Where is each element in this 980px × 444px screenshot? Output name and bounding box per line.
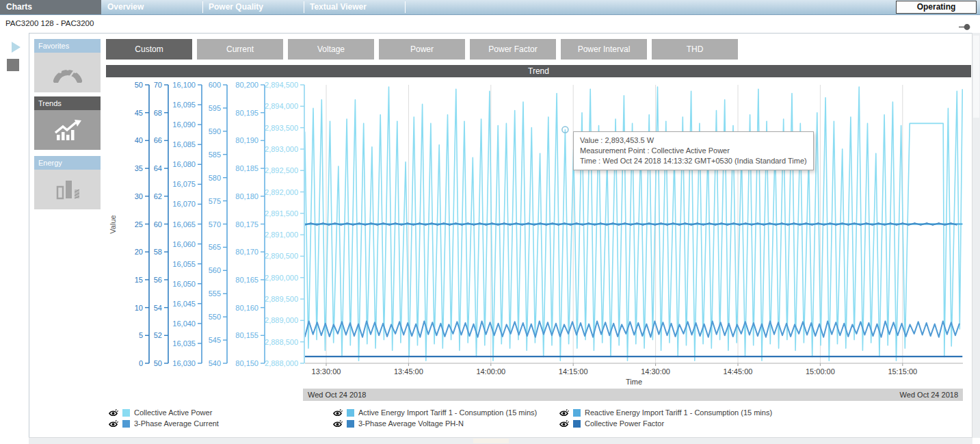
- operating-mode-button[interactable]: Operating: [896, 1, 977, 14]
- svg-text:13:45:00: 13:45:00: [394, 367, 423, 376]
- energy-bars-icon: [54, 177, 81, 202]
- preset-button-voltage[interactable]: Voltage: [288, 39, 374, 60]
- svg-text:16,065: 16,065: [172, 220, 196, 228]
- preset-button-power[interactable]: Power: [379, 39, 465, 60]
- visibility-eye-icon[interactable]: [108, 419, 118, 428]
- svg-text:2,893,500: 2,893,500: [265, 124, 298, 132]
- svg-text:16,095: 16,095: [172, 101, 196, 109]
- sidebar-item-label: Trends: [34, 96, 101, 110]
- svg-text:62: 62: [154, 192, 162, 200]
- tab-charts[interactable]: Charts: [0, 0, 101, 14]
- chart-category-sidebar: FavoritesTrendsEnergy: [34, 39, 101, 213]
- legend-item-collective-power-factor[interactable]: Collective Power Factor: [559, 419, 928, 428]
- svg-text:70: 70: [154, 81, 162, 89]
- vertical-scrollbar[interactable]: [972, 33, 980, 438]
- svg-text:565: 565: [209, 243, 221, 251]
- breadcrumb: PAC3200 128 - PAC3200: [5, 19, 94, 27]
- svg-text:5: 5: [139, 331, 143, 339]
- svg-text:40: 40: [135, 136, 143, 144]
- svg-text:585: 585: [209, 151, 221, 159]
- svg-text:14:15:00: 14:15:00: [559, 367, 588, 376]
- date-range-start: Wed Oct 24 2018: [308, 391, 366, 399]
- svg-text:16,060: 16,060: [172, 240, 196, 248]
- svg-text:2,889,000: 2,889,000: [265, 316, 298, 324]
- sidebar-item-body[interactable]: [34, 170, 101, 209]
- preset-button-custom[interactable]: Custom: [106, 39, 192, 60]
- preset-button-power-factor[interactable]: Power Factor: [470, 39, 556, 60]
- svg-text:20: 20: [135, 248, 143, 256]
- visibility-eye-icon[interactable]: [559, 408, 569, 417]
- expand-arrow-icon[interactable]: [12, 42, 21, 53]
- legend-color-swatch: [573, 420, 581, 428]
- visibility-eye-icon[interactable]: [108, 408, 118, 417]
- svg-text:80,165: 80,165: [235, 276, 259, 284]
- svg-text:16,045: 16,045: [172, 300, 196, 308]
- sidebar-item-energy[interactable]: Energy: [34, 156, 101, 209]
- svg-text:15:15:00: 15:15:00: [888, 367, 917, 376]
- svg-text:80,155: 80,155: [235, 331, 259, 339]
- svg-text:80,160: 80,160: [235, 304, 259, 312]
- visibility-eye-icon[interactable]: [559, 419, 569, 428]
- legend-item-collective-active-power[interactable]: Collective Active Power: [108, 408, 332, 417]
- svg-text:14:45:00: 14:45:00: [724, 367, 753, 376]
- legend-item-3-phase-average-current[interactable]: 3-Phase Average Current: [108, 419, 332, 428]
- vertical-scrollbar-thumb[interactable]: [973, 36, 979, 118]
- chart-legend: Collective Active PowerActive Energy Imp…: [108, 408, 928, 428]
- svg-text:590: 590: [209, 127, 221, 135]
- svg-text:80,175: 80,175: [235, 220, 259, 228]
- svg-text:2,889,500: 2,889,500: [265, 295, 298, 303]
- sidebar-item-body[interactable]: [34, 110, 101, 150]
- date-range-end: Wed Oct 24 2018: [900, 391, 958, 399]
- rail-toggle-button[interactable]: [7, 59, 19, 71]
- sidebar-item-favorites[interactable]: Favorites: [34, 39, 101, 92]
- svg-text:550: 550: [209, 313, 221, 321]
- legend-color-swatch: [122, 409, 130, 417]
- chart-title-bar: Trend: [106, 65, 971, 77]
- legend-color-swatch: [122, 420, 130, 428]
- visibility-eye-icon[interactable]: [332, 408, 343, 417]
- svg-text:2,890,500: 2,890,500: [265, 252, 298, 260]
- horizontal-scrollbar[interactable]: [29, 437, 972, 444]
- legend-item-3-phase-average-voltage-ph-n[interactable]: 3-Phase Average Voltage PH-N: [332, 419, 559, 428]
- svg-text:16,055: 16,055: [172, 260, 196, 268]
- svg-text:14:00:00: 14:00:00: [476, 367, 505, 376]
- horizontal-scrollbar-thumb[interactable]: [473, 439, 509, 443]
- svg-text:560: 560: [209, 266, 221, 274]
- svg-text:2,891,000: 2,891,000: [265, 231, 298, 239]
- sidebar-item-label: Favorites: [34, 39, 101, 53]
- svg-text:54: 54: [154, 304, 162, 312]
- tooltip-time: Time : Wed Oct 24 2018 14:13:32 GMT+0530…: [580, 156, 807, 166]
- svg-text:16,080: 16,080: [172, 160, 196, 168]
- legend-item-active-energy-import-tariff-1-consumption-15-mins[interactable]: Active Energy Import Tariff 1 - Consumpt…: [332, 408, 559, 417]
- svg-text:52: 52: [154, 331, 162, 339]
- legend-label: Active Energy Import Tariff 1 - Consumpt…: [358, 408, 537, 417]
- preset-button-thd[interactable]: THD: [652, 39, 738, 60]
- preset-button-power-interval[interactable]: Power Interval: [561, 39, 647, 60]
- tab-separator: [304, 1, 304, 13]
- visibility-eye-icon[interactable]: [332, 419, 343, 428]
- svg-text:50: 50: [135, 81, 143, 89]
- pin-icon[interactable]: [959, 21, 970, 34]
- svg-text:16,070: 16,070: [172, 200, 196, 208]
- svg-text:2,890,000: 2,890,000: [265, 274, 298, 282]
- preset-button-current[interactable]: Current: [197, 39, 283, 60]
- tab-power-quality[interactable]: Power Quality: [202, 0, 304, 14]
- legend-item-reactive-energy-import-tariff-1-consumption-15-mins[interactable]: Reactive Energy Import Tariff 1 - Consum…: [559, 408, 928, 417]
- svg-text:580: 580: [209, 174, 221, 182]
- tab-separator: [202, 1, 203, 13]
- tab-overview[interactable]: Overview: [101, 0, 202, 14]
- svg-text:16,050: 16,050: [172, 280, 196, 288]
- svg-text:Time: Time: [626, 378, 642, 385]
- tab-textual-viewer[interactable]: Textual Viewer: [304, 0, 405, 14]
- sidebar-item-body[interactable]: [34, 53, 101, 92]
- legend-color-swatch: [347, 420, 354, 428]
- tab-separator: [405, 1, 406, 13]
- svg-text:14:30:00: 14:30:00: [641, 367, 670, 376]
- tooltip-value: Value : 2,893,453.5 W: [580, 135, 807, 146]
- date-range-strip[interactable]: Wed Oct 24 2018 Wed Oct 24 2018: [303, 389, 963, 401]
- legend-label: Collective Active Power: [134, 408, 212, 417]
- chart-tooltip: Value : 2,893,453.5 W Measurement Point …: [573, 131, 814, 170]
- sidebar-item-trends[interactable]: Trends: [34, 96, 101, 150]
- legend-color-swatch: [573, 409, 581, 417]
- svg-text:10: 10: [135, 304, 143, 312]
